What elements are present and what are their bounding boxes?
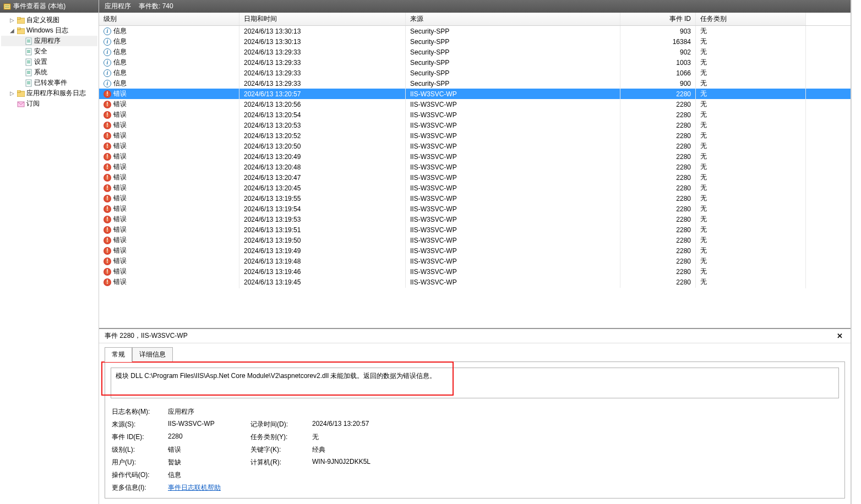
col-category[interactable]: 任务类别 [696,13,806,25]
tree-item-label: Windows 日志 [26,26,68,35]
cell-source: IIS-W3SVC-WP [410,101,457,108]
tree-item-system[interactable]: 系统 [1,67,97,78]
tree-item-security[interactable]: 安全 [1,46,97,57]
cell-source: Security-SPP [410,69,449,77]
grid-rows[interactable]: 信息2024/6/13 13:30:13Security-SPP903无信息20… [99,26,851,293]
cell-category: 无 [700,267,707,276]
cell-event-id: 1066 [676,69,691,77]
cell-event-id: 2280 [676,205,691,213]
cell-source: IIS-W3SVC-WP [410,258,457,265]
cell-source: Security-SPP [410,80,449,87]
cell-event-id: 2280 [676,122,691,129]
svg-rect-10 [27,42,30,42]
tree-item-subscriptions[interactable]: 订阅 [1,98,97,109]
error-icon [103,237,111,244]
col-event-id[interactable]: 事件 ID [620,13,696,25]
k-event-id: 事件 ID(E): [112,432,167,442]
svg-rect-18 [27,63,30,63]
cell-source: IIS-W3SVC-WP [410,143,457,150]
tree-item-setup[interactable]: 设置 [1,57,97,67]
cell-category: 无 [700,37,707,46]
cell-event-id: 902 [680,48,691,56]
cell-date: 2024/6/13 13:19:46 [244,268,301,276]
info-icon [103,28,111,35]
error-icon [103,111,111,119]
tree-item-app-service-logs[interactable]: ▷应用程序和服务日志 [1,88,97,98]
tab-details[interactable]: 详细信息 [132,347,173,362]
twisty-icon[interactable]: ◢ [9,28,15,34]
cell-source: Security-SPP [410,28,449,35]
tree-item-label: 自定义视图 [26,15,59,25]
cell-category: 无 [700,152,707,161]
log-icon [24,58,33,67]
error-icon [103,258,111,265]
error-icon [103,226,111,234]
sub-icon [17,100,25,108]
tree-item-label: 系统 [34,68,47,77]
more-info-link[interactable]: 事件日志联机帮助 [168,484,221,491]
error-icon [103,122,111,129]
col-date[interactable]: 日期和时间 [239,13,406,25]
cell-level: 错误 [113,235,127,245]
cell-source: IIS-W3SVC-WP [410,153,457,161]
k-opcode: 操作代码(O): [112,470,167,480]
col-source[interactable]: 来源 [406,13,620,25]
svg-rect-6 [17,28,20,30]
table-row[interactable]: 错误2024/6/13 13:19:45IIS-W3SVC-WP2280无 [99,277,851,287]
cell-level: 错误 [113,131,127,140]
cell-level: 错误 [113,194,127,203]
cell-level: 信息 [113,68,127,78]
cell-category: 无 [700,68,707,78]
error-icon [103,101,111,108]
cell-event-id: 2280 [676,101,691,108]
cell-source: IIS-W3SVC-WP [410,278,457,286]
v-level: 错误 [168,445,249,454]
event-viewer-icon [3,3,11,10]
detail-body: 模块 DLL C:\Program Files\IIS\Asp.Net Core… [105,361,845,498]
v-user: 暂缺 [168,458,249,467]
cell-level: 错误 [113,89,127,98]
k-level: 级别(L): [112,445,167,454]
cell-event-id: 1003 [676,59,691,67]
svg-rect-12 [27,50,30,51]
cell-date: 2024/6/13 13:20:49 [244,153,301,161]
tree-sidebar: 事件查看器 (本地) ▷自定义视图◢Windows 日志应用程序安全设置系统已转… [0,0,99,504]
k-keywords: 关键字(K): [250,445,311,454]
cell-category: 无 [700,162,707,172]
tab-general[interactable]: 常规 [105,347,132,362]
cell-category: 无 [700,173,707,182]
tree-item-label: 安全 [34,47,47,56]
k-task-cat: 任务类别(Y): [250,432,311,442]
svg-rect-26 [27,84,30,84]
tree-item-windows-logs[interactable]: ◢Windows 日志 [1,25,97,36]
tree-item-label: 设置 [34,57,47,67]
svg-rect-1 [5,6,9,6]
cell-level: 错误 [113,110,127,119]
cell-category: 无 [700,131,707,140]
tree-item-custom-views[interactable]: ▷自定义视图 [1,15,97,25]
cell-date: 2024/6/13 13:20:54 [244,111,301,119]
cell-source: IIS-W3SVC-WP [410,268,457,276]
cell-event-id: 16384 [673,38,691,46]
tree-item-application[interactable]: 应用程序 [1,36,97,46]
error-icon [103,216,111,223]
cell-event-id: 2280 [676,216,691,223]
twisty-icon[interactable]: ▷ [9,17,15,23]
cell-date: 2024/6/13 13:20:45 [244,184,301,192]
cell-level: 错误 [113,215,127,224]
error-icon [103,90,111,98]
v-opcode: 信息 [168,470,249,480]
svg-rect-21 [27,72,30,73]
tree-item-label: 订阅 [26,99,40,108]
actions-pane-strip [851,0,861,504]
svg-rect-0 [4,4,10,9]
cell-category: 无 [700,183,707,193]
v-event-id: 2280 [168,432,249,442]
detail-close-button[interactable]: ✕ [835,332,845,340]
col-level[interactable]: 级别 [99,13,239,25]
cell-date: 2024/6/13 13:19:48 [244,258,301,265]
cell-date: 2024/6/13 13:20:50 [244,143,301,150]
tree-item-forwarded[interactable]: 已转发事件 [1,78,97,88]
twisty-icon[interactable]: ▷ [9,90,15,96]
cell-source: IIS-W3SVC-WP [410,163,457,171]
